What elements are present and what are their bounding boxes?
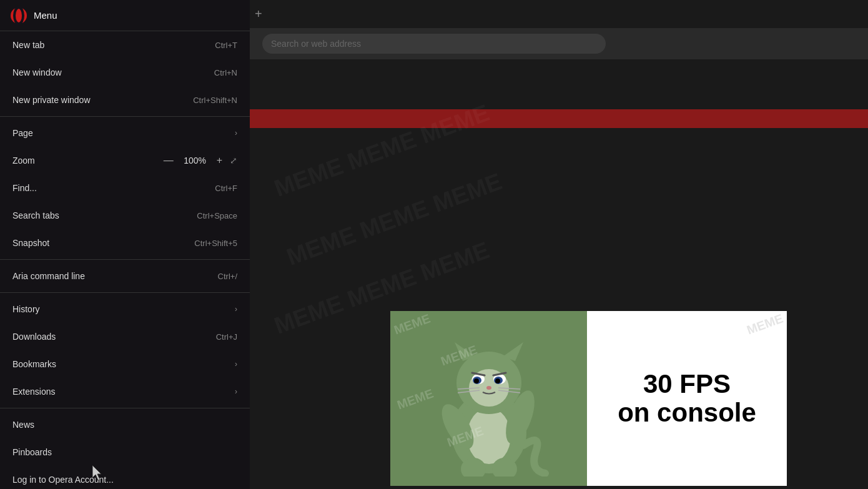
svg-point-23: [11, 7, 27, 24]
meme-wm-right: MEME: [745, 311, 785, 337]
meme-image: MEME MEME MEME MEME: [390, 311, 787, 486]
opera-logo-icon: [10, 7, 27, 24]
menu-header: Menu: [0, 0, 250, 31]
svg-point-12: [486, 386, 491, 390]
separator-3: [0, 292, 250, 293]
menu-item-login[interactable]: Log in to Opera Account...: [0, 466, 250, 489]
menu-item-news[interactable]: News: [0, 411, 250, 438]
menu-item-bookmarks[interactable]: Bookmarks ›: [0, 350, 250, 378]
menu-item-new-private-window[interactable]: New private window Ctrl+Shift+N: [0, 86, 250, 114]
menu-item-new-window[interactable]: New window Ctrl+N: [0, 59, 250, 86]
menu-item-downloads[interactable]: Downloads Ctrl+J: [0, 323, 250, 350]
menu-item-history[interactable]: History ›: [0, 295, 250, 323]
menu-item-snapshot[interactable]: Snapshot Ctrl+Shift+5: [0, 229, 250, 257]
zoom-value-display: 100%: [181, 156, 209, 165]
menu-title: Menu: [34, 10, 57, 21]
zoom-decrease-button[interactable]: —: [161, 154, 176, 167]
menu-item-new-tab[interactable]: New tab Ctrl+T: [0, 31, 250, 59]
menu-item-search-tabs[interactable]: Search tabs Ctrl+Space: [0, 202, 250, 229]
extensions-submenu-chevron: ›: [235, 387, 237, 396]
new-tab-button[interactable]: +: [255, 7, 262, 21]
bookmarks-submenu-chevron: ›: [235, 360, 237, 368]
tom-cat-svg: [420, 320, 558, 477]
menu-item-extensions[interactable]: Extensions ›: [0, 378, 250, 405]
menu-item-aria[interactable]: Aria command line Ctrl+/: [0, 262, 250, 290]
meme-text: 30 FPS on console: [618, 370, 756, 427]
separator-2: [0, 259, 250, 260]
menu-item-pinboards[interactable]: Pinboards: [0, 438, 250, 466]
zoom-increase-button[interactable]: +: [214, 154, 225, 167]
meme-left-panel: MEME MEME MEME MEME: [390, 311, 587, 486]
zoom-fit-icon[interactable]: ⤢: [230, 156, 237, 165]
meme-right-panel: MEME 30 FPS on console: [587, 311, 787, 486]
history-submenu-chevron: ›: [235, 305, 237, 314]
bg-watermark-2: MEME MEME MEME: [284, 168, 506, 271]
page-submenu-chevron: ›: [235, 129, 237, 137]
svg-point-9: [495, 378, 500, 383]
menu-overlay: Menu New tab Ctrl+T New window Ctrl+N Ne…: [0, 0, 250, 489]
menu-item-find[interactable]: Find... Ctrl+F: [0, 174, 250, 202]
address-bar-placeholder: Search or web address: [271, 39, 361, 49]
separator-1: [0, 116, 250, 117]
svg-point-8: [474, 378, 479, 383]
address-bar[interactable]: Search or web address: [262, 34, 606, 54]
separator-4: [0, 408, 250, 408]
menu-item-zoom: Zoom — 100% + ⤢: [0, 147, 250, 174]
red-banner: [250, 109, 868, 128]
menu-item-page[interactable]: Page ›: [0, 119, 250, 147]
